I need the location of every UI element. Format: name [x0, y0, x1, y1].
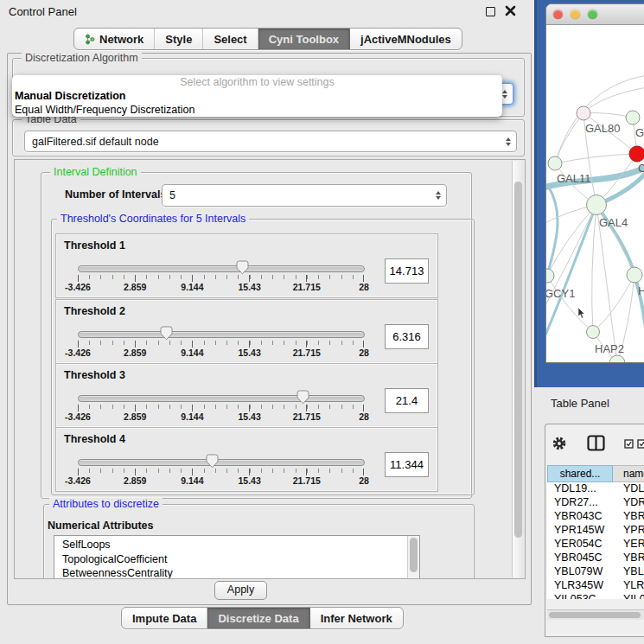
control-panel-titlebar: Control Panel: [0, 0, 536, 22]
threshold-panel: Threshold 3 -3.4262.8599.14415.4321.7152…: [55, 363, 438, 428]
checkbox-icon[interactable]: [624, 439, 634, 449]
table-row[interactable]: YPR145WYPR1: [547, 524, 644, 538]
threshold-label: Threshold 3: [64, 369, 125, 381]
tab-label: Network: [99, 33, 143, 46]
num-intervals-label: Number of Intervals: [65, 188, 166, 201]
threshold-slider[interactable]: [78, 457, 363, 466]
group-label: Interval Definition: [50, 166, 141, 178]
table-horizontal-scrollbar[interactable]: [547, 609, 644, 620]
table-row[interactable]: YBR043CYBR0: [547, 510, 644, 524]
tab-impute-data[interactable]: Impute Data: [122, 608, 207, 628]
control-panel: Control Panel Network Style Select Cyni …: [0, 0, 536, 644]
list-item[interactable]: BetweennessCentrality: [54, 566, 419, 579]
threshold-panel: Threshold 4 -3.4262.8599.14415.4321.7152…: [55, 427, 438, 492]
gear-icon[interactable]: [552, 436, 567, 451]
slider-thumb[interactable]: [206, 454, 219, 469]
threshold-label: Threshold 1: [64, 239, 125, 252]
table-data-group: Table Data galFiltered.sif default node: [12, 119, 525, 156]
tab-discretize-data[interactable]: Discretize Data: [207, 608, 309, 628]
threshold-label: Threshold 2: [64, 305, 125, 317]
threshold-panel: Threshold 2 -3.4262.8599.14415.4321.7152…: [55, 299, 438, 364]
split-columns-icon[interactable]: [587, 435, 605, 451]
threshold-label: Threshold 4: [64, 433, 125, 445]
node-gal4[interactable]: [587, 195, 607, 215]
threshold-slider[interactable]: [78, 393, 363, 402]
column-header-name[interactable]: name: [613, 465, 644, 482]
node-table: shared... name YDL19...YDL1 YDR27...YDR2…: [547, 465, 644, 599]
slider-thumb[interactable]: [160, 326, 173, 341]
node-h[interactable]: [627, 267, 642, 283]
table-row[interactable]: YLR345WYLR3: [547, 579, 644, 593]
screen: Control Panel Network Style Select Cyni …: [0, 0, 644, 644]
threshold-value-field[interactable]: [385, 324, 429, 349]
node-ga[interactable]: [626, 111, 640, 124]
node-label-ga: GA: [635, 126, 644, 139]
float-window-icon[interactable]: [486, 7, 495, 16]
tab-select[interactable]: Select: [203, 29, 258, 49]
table-row[interactable]: YBL079WYBL0: [547, 565, 644, 579]
threshold-value-field[interactable]: [385, 452, 429, 477]
tab-network[interactable]: Network: [74, 29, 155, 49]
list-item[interactable]: SelfLoops: [54, 536, 419, 552]
table-row[interactable]: YER054CYER0: [547, 538, 644, 552]
table-panel-window: shared... name YDL19...YDL1 YDR27...YDR2…: [545, 424, 644, 637]
stepper-icon: [430, 191, 446, 200]
node-label-c: C: [638, 162, 644, 175]
tab-style[interactable]: Style: [155, 29, 203, 49]
mouse-cursor: [577, 308, 585, 319]
list-scrollbar[interactable]: [407, 536, 419, 579]
node-gal80[interactable]: [577, 106, 590, 120]
group-label: Attributes to discretize: [49, 498, 163, 510]
settings-scrollbar[interactable]: [512, 161, 524, 577]
column-header-shared-name[interactable]: shared...: [547, 465, 613, 482]
table-panel-toolbar: [545, 424, 644, 464]
dropdown-placeholder: Select algorithm to view settings: [12, 75, 502, 89]
slider-thumb[interactable]: [296, 390, 309, 405]
group-label: Discretization Algorithm: [22, 52, 142, 64]
num-intervals-combobox[interactable]: 5: [162, 184, 447, 207]
node-label-gal4: GAL4: [599, 216, 628, 229]
table-row[interactable]: YDL19...YDL1: [547, 482, 644, 496]
threshold-slider[interactable]: [78, 264, 363, 272]
panel-title: Control Panel: [9, 5, 77, 18]
zoom-traffic-light[interactable]: [588, 10, 597, 19]
threshold-value-field[interactable]: [385, 388, 429, 413]
settings-scroll-area: Interval Definition Number of Intervals …: [14, 159, 526, 579]
node-label-gcy1: GCY1: [546, 287, 575, 300]
tab-infer-network[interactable]: Infer Network: [310, 608, 403, 628]
table-row[interactable]: YIL053CYIL0: [547, 593, 644, 599]
group-label: Threshold's Coordinates for 5 Intervals: [57, 213, 249, 225]
dropdown-option-manual[interactable]: Manual Discretization: [12, 89, 502, 103]
minimize-traffic-light[interactable]: [571, 10, 580, 19]
table-data-combobox[interactable]: galFiltered.sif default node: [24, 131, 517, 152]
numerical-attributes-label: Numerical Attributes: [48, 520, 153, 532]
table-panel-title: Table Panel: [551, 397, 609, 410]
threshold-panel: Threshold 1 -3.4262.8599.14415.4321.7152…: [55, 233, 438, 298]
threshold-slider[interactable]: [78, 329, 363, 338]
stepper-icon: [501, 137, 516, 146]
bottom-tab-bar: Impute Data Discretize Data Infer Networ…: [121, 607, 404, 629]
node-hap2[interactable]: [587, 326, 600, 339]
slider-thumb[interactable]: [236, 260, 249, 275]
checkbox-icon[interactable]: [637, 439, 644, 449]
node-gcy1[interactable]: [546, 269, 554, 283]
tab-jactivemnodules[interactable]: jActiveMNodules: [350, 29, 462, 49]
network-window-titlebar[interactable]: [546, 4, 644, 25]
node-gal11[interactable]: [548, 156, 562, 170]
top-tab-bar: Network Style Select Cyni Toolbox jActiv…: [73, 28, 462, 50]
close-traffic-light[interactable]: [553, 10, 563, 19]
threshold-value-field[interactable]: [385, 258, 429, 284]
network-icon: [85, 34, 95, 45]
node-label-hap2: HAP2: [595, 342, 624, 355]
table-row[interactable]: YBR045CYBR0: [547, 552, 644, 565]
table-row[interactable]: YDR27...YDR2: [547, 496, 644, 510]
network-canvas[interactable]: GAL80 GA C GAL11 GAL4 GCY1 H HAP2: [546, 25, 644, 362]
dropdown-option-equal-width[interactable]: Equal Width/Frequency Discretization: [12, 103, 502, 117]
algorithm-dropdown-popup: Select algorithm to view settings Manual…: [12, 75, 502, 117]
list-item[interactable]: TopologicalCoefficient: [54, 552, 419, 567]
tab-cyni-toolbox[interactable]: Cyni Toolbox: [258, 29, 350, 49]
node-red[interactable]: [629, 146, 644, 162]
apply-button[interactable]: Apply: [214, 581, 267, 600]
numerical-attributes-list: SelfLoops TopologicalCoefficient Between…: [54, 535, 420, 579]
close-icon[interactable]: [505, 5, 516, 16]
